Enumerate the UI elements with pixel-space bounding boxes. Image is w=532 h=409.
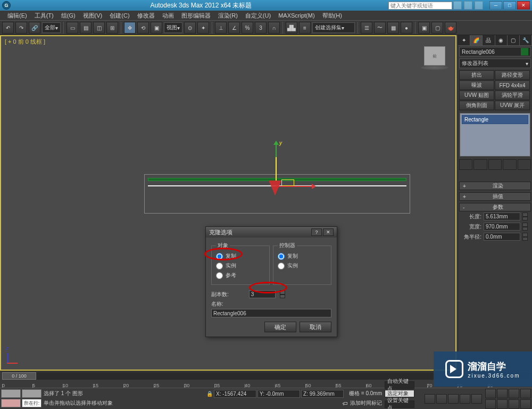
render-button[interactable]: 🫖 [445,22,456,34]
nav-zoomext-button[interactable] [520,389,531,398]
tab-modify-icon[interactable]: 🌈 [470,35,483,45]
nav-orbit-button[interactable] [497,399,508,409]
mod-pathdeform[interactable]: 路径变形 [495,70,530,80]
object-color-swatch[interactable] [521,48,528,55]
menu-rendering[interactable]: 渲染(R) [215,11,241,21]
move-button[interactable]: ✥ [124,22,136,34]
nav-zoom-button[interactable] [497,389,508,398]
tab-create-icon[interactable]: ✦ [458,35,470,45]
minimize-button[interactable]: ─ [489,1,502,10]
width-input[interactable]: 970.0mm [484,223,520,231]
coord-y[interactable]: Y: -0.0mm [257,390,300,398]
select-button[interactable]: ▭ [66,22,78,34]
radio-reference[interactable]: 参考 [216,271,265,280]
ctrl-radio-instance[interactable]: 实例 [278,261,327,271]
layers-button[interactable]: ☰ [361,22,372,34]
remove-mod-button[interactable] [503,159,516,170]
ctrl-radio-copy[interactable]: 复制 [278,251,327,261]
menu-modifiers[interactable]: 修改器 [134,11,158,21]
manipulate-button[interactable]: ✦ [197,22,209,34]
corner-spinner[interactable] [522,233,528,241]
menu-tools[interactable]: 工具(T) [31,11,57,21]
tab-utilities-icon[interactable]: 🔧 [520,35,532,45]
mod-noise[interactable]: 噪波 [459,80,494,90]
viewcube[interactable]: 前 [424,46,445,66]
curve-editor-button[interactable]: 〜 [374,22,386,34]
prev-frame-button[interactable] [436,394,447,404]
percent-snap-button[interactable]: % [242,22,253,34]
copies-input[interactable] [249,290,276,298]
timetag-icon[interactable]: 🏷 [343,400,348,406]
rollout-params-header[interactable]: -参数 [459,203,531,211]
radio-copy[interactable]: 复制 [216,251,265,261]
menu-maxscript[interactable]: MAXScript(M) [275,11,318,20]
menu-help[interactable]: 帮助(H) [319,11,345,21]
redo-button[interactable]: ↷ [15,22,27,34]
gizmo-xy-plane[interactable] [281,179,294,186]
menu-grapheditors[interactable]: 图形编辑器 [178,11,214,21]
mod-turbosmooth[interactable]: 涡轮平滑 [495,91,530,100]
tab-hierarchy-icon[interactable]: 品 [483,35,495,45]
menu-views[interactable]: 视图(V) [80,11,106,21]
dialog-close-button[interactable]: ✕ [323,228,334,236]
menu-group[interactable]: 组(G) [58,11,79,21]
next-frame-button[interactable] [460,394,470,404]
close-button[interactable]: ✕ [517,1,530,10]
window-crossing-button[interactable]: ⊞ [106,22,118,34]
mod-extrude[interactable]: 挤出 [459,70,494,80]
copies-spinner[interactable] [280,290,285,298]
rollout-render-header[interactable]: +渲染 [459,182,531,190]
mirror-button[interactable]: ▟▙ [286,22,297,34]
length-input[interactable]: 5.613mm [484,212,520,220]
named-selset-dropdown[interactable]: 创建选择集 ▾ [312,22,355,33]
mod-uvwunwrap[interactable]: UVW 展开 [495,101,530,110]
scale-button[interactable]: ▣ [151,22,162,34]
mod-bevelprofile[interactable]: 倒角剖面 [459,101,494,110]
menu-create[interactable]: 创建(C) [106,11,132,21]
stack-rectangle[interactable]: Rectangle [462,115,528,124]
gizmo-x-axis[interactable] [276,186,314,187]
menu-animation[interactable]: 动画 [159,11,177,21]
time-slider-handle[interactable]: 0 / 100 [2,372,36,380]
rollout-interp-header[interactable]: +插值 [459,192,531,201]
radio-instance[interactable]: 实例 [216,261,265,271]
modifier-list-dropdown[interactable]: 修改器列表▾ [459,59,531,68]
dialog-titlebar[interactable]: 克隆选项 ? ✕ [206,227,337,238]
rotate-button[interactable]: ⟲ [137,22,149,34]
sb-block-pink[interactable] [1,399,21,407]
angle-snap-button[interactable]: ∠ [228,22,240,34]
unique-button[interactable] [488,159,502,170]
coord-x[interactable]: X: -1567.424 [214,390,256,398]
help-search-input[interactable] [388,2,452,10]
nav-pan-button[interactable] [485,389,496,398]
align-button[interactable]: ≡ [299,22,311,34]
lock-icon[interactable]: 🔒 [206,391,213,397]
snap-ortho-button[interactable]: ∩ [268,22,280,34]
snap-button[interactable]: ⊥ [215,22,227,34]
refcoord-dropdown[interactable]: 视图 ▾ [164,22,182,33]
render-frame-button[interactable]: ▢ [431,22,443,34]
maximize-button[interactable]: □ [503,1,516,10]
material-button[interactable]: ● [401,22,412,34]
mod-ffd[interactable]: FFD 4x4x4 [495,80,530,90]
goto-end-button[interactable] [471,394,482,404]
cancel-button[interactable]: 取消 [300,322,331,332]
object-name-field[interactable]: Rectangle006 [459,47,531,56]
length-spinner[interactable] [522,212,528,220]
select-name-button[interactable]: ▤ [80,22,92,34]
search-icon[interactable] [453,1,462,10]
link-button[interactable]: 🔗 [29,22,40,34]
autokey-button[interactable]: 自动关键点 [385,381,414,389]
configure-button[interactable] [518,159,531,170]
ok-button[interactable]: 确定 [264,322,296,332]
goto-start-button[interactable] [425,394,435,404]
modifier-stack[interactable]: Rectangle [460,113,530,157]
star-icon[interactable] [464,1,472,10]
undo-button[interactable]: ↶ [2,22,14,34]
pin-stack-button[interactable] [459,159,472,170]
menu-edit[interactable]: 编辑(E) [4,11,30,21]
schematic-button[interactable]: ▦ [387,22,399,34]
tab-motion-icon[interactable]: ◉ [495,35,508,45]
play-button[interactable] [448,394,459,404]
gizmo-z-arrow[interactable] [269,181,281,202]
